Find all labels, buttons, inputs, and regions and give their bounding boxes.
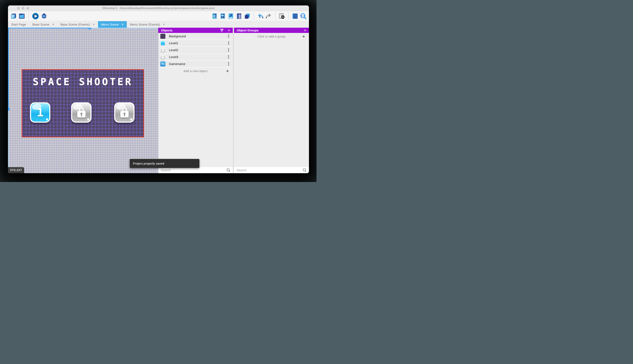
play-preview-icon[interactable] (32, 12, 39, 20)
editor-content: SPACE SHOOTER 1 (8, 28, 309, 173)
level1-number: 1 (31, 103, 49, 122)
object-row-gamename[interactable]: Tx Gamename (158, 60, 233, 68)
traffic-lights (17, 7, 29, 10)
scene-editor-canvas[interactable]: SPACE SHOOTER 1 (8, 28, 158, 173)
close-panel-icon[interactable]: × (228, 28, 230, 32)
star-speck (41, 99, 42, 100)
object-name: Gamename (169, 62, 226, 66)
lock-icon (120, 107, 129, 118)
star-speck (110, 83, 111, 84)
zoom-1-1-icon[interactable]: 1:1 (300, 13, 306, 19)
object-row-level3[interactable]: Level3 (158, 54, 233, 60)
tab-label: Base Scene (32, 23, 49, 26)
objects-panel-title: Objects (161, 28, 173, 32)
minimize-window-button[interactable] (22, 7, 24, 10)
vertical-scrollbar[interactable] (8, 28, 9, 173)
star-speck (64, 127, 65, 128)
object-name: Level2 (169, 48, 226, 52)
close-tab-icon[interactable]: × (163, 23, 165, 26)
filter-icon[interactable] (220, 29, 223, 32)
star-speck (39, 133, 40, 133)
scene-window-icon[interactable] (19, 13, 25, 19)
tab-label: Menu Scene (101, 23, 119, 26)
close-tab-icon[interactable]: × (52, 23, 54, 26)
grid-icon[interactable] (292, 13, 298, 19)
object-groups-panel-header: Object Groups × (234, 28, 309, 33)
star-speck (54, 81, 54, 82)
horizontal-scrollbar[interactable] (8, 28, 158, 28)
tab-base-scene-events[interactable]: Base Scene (Events) × (57, 21, 98, 28)
objects-panel-header: Objects × (158, 28, 233, 33)
desktop-background (0, 0, 316, 2)
title-bar: GDevelop 5 - /Users/dkarakay/Documents/G… (8, 6, 309, 11)
add-object-icon[interactable] (211, 13, 218, 19)
instances-list-icon[interactable] (236, 13, 242, 19)
object-name: Level1 (169, 41, 226, 45)
objects-search-input[interactable] (161, 168, 225, 172)
objects-panel: Objects × Background Level1 Level2 (158, 28, 233, 173)
tab-label: Start Page (11, 23, 26, 26)
editor-tab-bar: Start Page Base Scene × Base Scene (Even… (8, 21, 309, 28)
object-menu-icon[interactable] (226, 41, 231, 46)
project-manager-icon[interactable] (11, 13, 17, 19)
plus-icon[interactable]: + (225, 68, 230, 74)
close-tab-icon[interactable]: × (93, 23, 95, 26)
level1-button-instance[interactable]: 1 (30, 102, 50, 123)
save-toast: Project properly saved (130, 159, 199, 168)
object-menu-icon[interactable] (226, 48, 231, 53)
window-title: GDevelop 5 - /Users/dkarakay/Documents/G… (8, 6, 309, 11)
groups-panel-empty-area (234, 40, 309, 167)
object-menu-icon[interactable] (226, 62, 231, 66)
object-menu-icon[interactable] (226, 54, 231, 60)
close-window-button[interactable] (17, 7, 20, 10)
main-toolbar: 1:1 (8, 11, 309, 21)
add-group-row[interactable]: Click to add a group + (234, 33, 309, 40)
object-menu-icon[interactable] (226, 34, 231, 39)
groups-search-bar (234, 167, 309, 173)
tab-start-page[interactable]: Start Page (8, 21, 29, 28)
search-icon[interactable] (226, 168, 230, 172)
properties-icon[interactable] (228, 13, 234, 19)
add-group-label: Click to add a group (237, 34, 301, 38)
debug-icon[interactable] (41, 13, 47, 19)
level2-button-instance[interactable] (71, 102, 92, 123)
star-speck (140, 132, 140, 133)
object-name: Level3 (169, 55, 226, 59)
background-instance-selected[interactable]: SPACE SHOOTER 1 (22, 69, 144, 137)
object-name: Background (169, 34, 226, 38)
vertical-scrollbar-thumb[interactable] (8, 108, 10, 111)
mask-preview-icon[interactable] (279, 13, 285, 19)
toolbar-separator (254, 12, 254, 20)
level3-button-instance[interactable] (114, 102, 135, 123)
object-row-background[interactable]: Background (158, 33, 233, 40)
plus-icon[interactable]: + (301, 34, 306, 39)
level3-sprite-thumbnail (160, 54, 165, 60)
tab-base-scene[interactable]: Base Scene × (29, 21, 57, 28)
add-new-object-row[interactable]: Add a new object + (158, 68, 233, 74)
search-icon[interactable] (303, 168, 306, 172)
redo-icon[interactable] (265, 13, 272, 19)
lock-icon (77, 107, 86, 118)
star-speck (85, 96, 86, 96)
groups-search-input[interactable] (236, 168, 301, 172)
level1-sprite-thumbnail (160, 41, 165, 46)
toolbar-separator (28, 12, 29, 20)
tab-menu-scene[interactable]: Menu Scene × (98, 21, 127, 28)
cursor-coordinates-badge: 570;437 (8, 167, 24, 173)
objects-panel-empty-area (158, 74, 233, 167)
tab-menu-scene-events[interactable]: Menu Scene (Events) × (127, 21, 168, 28)
close-tab-icon[interactable]: × (122, 23, 124, 26)
toast-message: Project properly saved (133, 162, 164, 165)
object-row-level2[interactable]: Level2 (158, 47, 233, 54)
toolbar-left-group (11, 12, 47, 20)
object-groups-icon[interactable] (219, 13, 226, 19)
star-speck (131, 92, 132, 92)
object-row-level1[interactable]: Level1 (158, 40, 233, 47)
toolbar-separator (275, 12, 275, 20)
layers-icon[interactable] (244, 13, 250, 19)
zoom-window-button[interactable] (27, 7, 29, 10)
close-panel-icon[interactable]: × (304, 28, 306, 32)
toolbar-right-group: 1:1 (211, 12, 306, 20)
undo-icon[interactable] (257, 13, 264, 19)
horizontal-scrollbar-thumb[interactable] (88, 28, 91, 30)
